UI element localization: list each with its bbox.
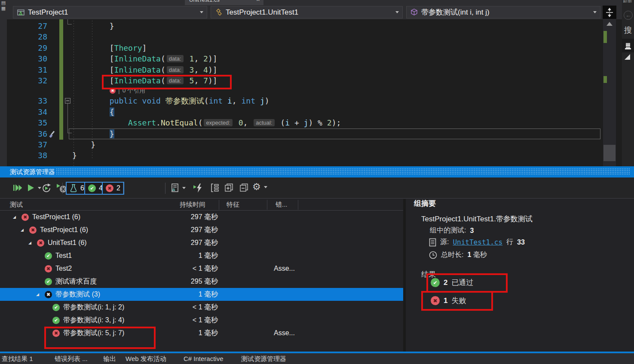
bottom-tab[interactable]: 查找结果 1 — [2, 355, 33, 363]
column-separator[interactable] — [298, 200, 298, 210]
left-tool-tab-strip[interactable]: ▤ ▦ — [0, 0, 7, 166]
editor-scrollbar[interactable] — [603, 19, 616, 166]
code-line[interactable]: 27 } — [7, 21, 603, 31]
passed-icon: ✔ — [52, 317, 60, 324]
playlist-button[interactable] — [170, 183, 186, 193]
hierarchy-button[interactable] — [210, 183, 220, 193]
expander-icon[interactable]: ◢ — [36, 292, 45, 297]
run-until-failure-button[interactable] — [193, 183, 205, 193]
source-link[interactable]: UnitTest1.cs — [453, 238, 502, 246]
passed-icon: ✔ — [431, 278, 440, 287]
test-row[interactable]: ◢✖TestProject1 (6)297 毫秒 — [0, 223, 404, 236]
column-separator[interactable] — [219, 200, 219, 210]
code-line[interactable]: 30 [InlineData(data: 1, 2)] — [7, 53, 603, 64]
passed-result-count: 2 — [444, 278, 447, 287]
repeat-run-icon — [41, 183, 52, 193]
fold-collapse-icon[interactable] — [65, 98, 70, 104]
bottom-tab[interactable]: C# Interactive — [184, 355, 224, 362]
column-error[interactable]: 错... — [276, 201, 288, 209]
test-duration: 297 毫秒 — [163, 213, 218, 222]
bottom-tab[interactable]: 错误列表 ... — [55, 355, 88, 363]
close-icon[interactable]: ✕ — [256, 0, 260, 3]
column-duration[interactable]: 持续时间 — [180, 201, 205, 209]
passed-result-row: ✔ 2 已通过 — [431, 278, 473, 288]
test-row[interactable]: ✔测试请求百度295 毫秒 — [0, 275, 404, 288]
class-dropdown[interactable]: TestProject1.UnitTest1 — [211, 6, 403, 18]
member-dropdown[interactable]: 带参数测试(int i, int j) — [406, 6, 600, 18]
code-editor[interactable]: 27 }2829 [Theory]30 [InlineData(data: 1,… — [7, 19, 603, 166]
test-row[interactable]: ◢✖TestProject1 (6)297 毫秒 — [0, 211, 404, 223]
wrench-handle — [49, 134, 52, 138]
split-arrows-icon — [605, 7, 614, 18]
split-editor-button[interactable] — [603, 6, 616, 19]
test-row[interactable]: ✔Test11 毫秒 — [0, 249, 404, 262]
chevron-down-icon[interactable] — [38, 187, 41, 189]
test-row[interactable]: ✖带参数测试(i: 5, j: 7)1 毫秒Asse... — [0, 327, 404, 340]
test-duration: 295 毫秒 — [163, 277, 218, 286]
code-line[interactable]: 37 } — [7, 139, 603, 150]
tab-unittest1[interactable]: UnitTest1.cs ✕ — [185, 0, 263, 5]
test-list-header[interactable]: 测试 持续时间 特征 错... — [0, 199, 404, 211]
expander-icon[interactable]: ◢ — [13, 215, 21, 219]
repeat-run-button[interactable] — [41, 183, 52, 193]
code-line[interactable]: 29 [Theory] — [7, 43, 603, 53]
test-row[interactable]: ◢✖UnitTest1 (6)297 毫秒 — [0, 236, 404, 249]
document-icon[interactable] — [625, 41, 631, 49]
code-line[interactable]: 35 Assert.NotEqual(expected: 0, actual: … — [7, 117, 603, 128]
bottom-tab[interactable]: Web 发布活动 — [126, 355, 166, 363]
code-line[interactable]: 32 [InlineData(data: 5, 7)] — [7, 75, 603, 86]
back-arrow-icon[interactable]: ← — [624, 11, 633, 20]
tool-tab-glyph: ▤ — [0, 0, 7, 6]
test-explorer-titlebar[interactable]: 测试资源管理器 — [0, 166, 634, 177]
bottom-tab[interactable]: 输出 — [103, 355, 116, 363]
code-line[interactable]: 38} — [7, 150, 603, 161]
code-line[interactable]: 33 public void 带参数测试(int i, int j) — [7, 95, 603, 106]
code-line[interactable]: 31 [InlineData(data: 3, 4)] — [7, 64, 603, 75]
bottom-tab[interactable]: 测试资源管理器 — [241, 355, 286, 363]
change-mark — [603, 76, 607, 83]
code-line[interactable]: 34 { — [7, 107, 603, 117]
test-row[interactable]: ◢✖带参数测试 (3)1 毫秒 — [0, 288, 404, 301]
column-tests[interactable]: 测试 — [10, 201, 23, 209]
search-input[interactable]: 搜 — [624, 25, 632, 35]
chevron-down-icon[interactable] — [264, 186, 267, 188]
test-row[interactable]: ✔带参数测试(i: 1, j: 2)< 1 毫秒 — [0, 301, 404, 314]
source-row: 源: UnitTest1.cs 行 33 — [429, 238, 525, 247]
quick-action-icon[interactable] — [49, 130, 56, 138]
expand-all-icon — [223, 183, 234, 193]
chevron-down-icon[interactable] — [182, 187, 186, 189]
test-row[interactable]: ✔带参数测试(i: 3, j: 4)< 1 毫秒 — [0, 314, 404, 327]
code-text: } — [72, 128, 114, 139]
line-number: 28 — [24, 31, 47, 42]
codelens-line[interactable]: ✖|0 个引用 — [7, 86, 603, 95]
scroll-up-arrow-icon[interactable] — [606, 22, 613, 26]
right-docked-panel-edge[interactable]: 刷新 ← 搜 — [622, 0, 634, 166]
settings-button[interactable]: ⚙ — [252, 181, 267, 193]
test-name: TestProject1 (6) — [32, 213, 80, 221]
passed-result-label: 已通过 — [451, 278, 473, 288]
expander-icon[interactable]: ◢ — [21, 228, 29, 232]
filter-failed-toggle[interactable]: ✖ 2 — [102, 182, 124, 195]
test-failed-icon: ✖ — [110, 88, 116, 94]
failed-icon: ✖ — [21, 214, 29, 221]
column-traits[interactable]: 特征 — [227, 201, 239, 209]
inline-parameter-hint: data: — [167, 77, 184, 84]
collapse-all-button[interactable] — [238, 183, 249, 193]
project-dropdown[interactable]: TestProject1 — [13, 6, 207, 18]
run-all-button[interactable] — [13, 183, 24, 193]
run-button[interactable] — [27, 183, 41, 193]
code-line[interactable]: 28 — [7, 31, 603, 42]
column-separator[interactable] — [267, 200, 267, 210]
inline-parameter-hint: actual: — [254, 119, 274, 126]
scrollbar-thumb[interactable] — [603, 145, 616, 161]
member-dropdown-label: 带参数测试(int i, int j) — [421, 7, 490, 17]
panel-divider[interactable] — [403, 199, 406, 352]
test-name: Test2 — [55, 265, 72, 272]
test-row[interactable]: ✖Test2< 1 毫秒Asse... — [0, 262, 404, 275]
expand-triangle-icon[interactable] — [625, 54, 630, 60]
failed-icon: ✖ — [45, 291, 52, 298]
code-line[interactable]: 36 } — [7, 128, 603, 139]
expander-icon[interactable]: ◢ — [28, 241, 37, 245]
codelens-references[interactable]: 0 个引用 — [123, 87, 146, 95]
expand-all-button[interactable] — [223, 183, 234, 193]
